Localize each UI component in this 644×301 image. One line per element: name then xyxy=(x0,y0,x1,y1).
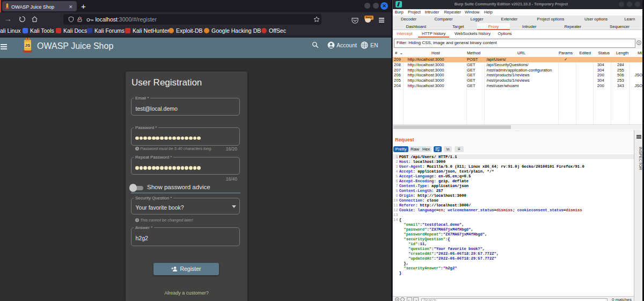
svg-text:JS: JS xyxy=(25,43,31,48)
